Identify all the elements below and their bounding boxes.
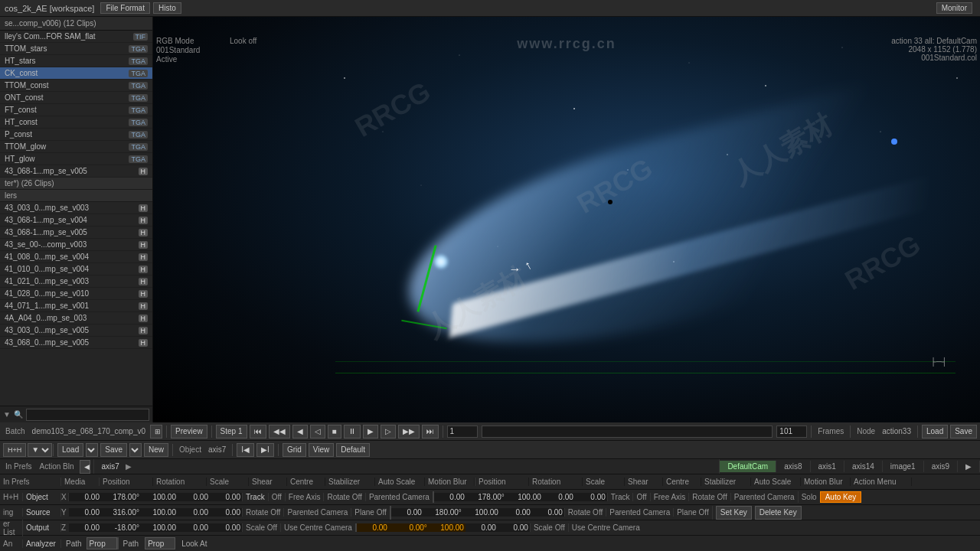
rot-x-input[interactable]	[101, 493, 141, 501]
axis-tab-defaultcam[interactable]: DefaultCam	[720, 461, 776, 472]
save-select-btn[interactable]: Save	[100, 443, 127, 457]
action-bln-toggle[interactable]: ◀	[80, 460, 90, 474]
delete-key-btn[interactable]: Delete Key	[755, 506, 802, 520]
file-item[interactable]: HT_stars TGA	[0, 55, 152, 67]
file-item[interactable]: HT_const TGA	[0, 116, 152, 129]
go-start-btn[interactable]: ⏮	[250, 425, 266, 439]
file-item[interactable]: FT_const TGA	[0, 104, 152, 116]
file-item[interactable]: 43_068_0...mp_se_v005 H	[0, 337, 152, 349]
go-end-btn[interactable]: ⏭	[422, 425, 439, 439]
timeline-scrubber[interactable]	[482, 425, 773, 438]
set-key-btn[interactable]: Set Key	[716, 506, 752, 520]
rot-y-input[interactable]	[101, 508, 141, 517]
file-format-btn[interactable]: File Format	[100, 2, 150, 14]
r-centre-x[interactable]	[575, 493, 607, 501]
file-item[interactable]: 41_008_0...mp_se_v004 H	[0, 251, 152, 263]
next-key-btn[interactable]: ▷	[381, 425, 396, 439]
grid-btn[interactable]: Grid	[283, 443, 306, 457]
file-item[interactable]: TTOM_const TGA	[0, 80, 152, 92]
file-item[interactable]: 43_068-1...mp_se_v005 H	[0, 165, 152, 178]
axis-tab-axis8[interactable]: axis8	[776, 461, 810, 472]
axis-tab-more[interactable]: ▶	[958, 461, 980, 472]
r-scale-y[interactable]	[463, 508, 500, 517]
save-select[interactable]: ▼	[129, 443, 142, 457]
centre-x-input[interactable]	[210, 493, 242, 501]
file-item[interactable]: 4A_A04_0...mp_se_003 H	[0, 312, 152, 324]
scale-y-input[interactable]	[141, 508, 178, 517]
r-rot-x[interactable]	[466, 493, 506, 501]
shear-y-input[interactable]	[178, 508, 210, 517]
end-frame-input[interactable]	[776, 425, 807, 438]
r-pos-y[interactable]	[391, 508, 423, 517]
view-btn2[interactable]: View	[309, 443, 335, 457]
scale-z-input[interactable]	[141, 523, 178, 532]
r-pos-z[interactable]	[357, 523, 389, 532]
file-item[interactable]: P_const TGA	[0, 129, 152, 141]
pause-btn[interactable]: ⏸	[344, 425, 361, 439]
centre-z-input[interactable]	[210, 523, 242, 532]
save-btn[interactable]: Save	[950, 425, 977, 439]
scale-x-input[interactable]	[141, 493, 178, 501]
shear-z-input[interactable]	[178, 523, 210, 532]
axis-tab-axis14[interactable]: axis14	[844, 461, 883, 472]
pos-x-input[interactable]	[69, 493, 101, 501]
preview-btn[interactable]: Preview	[171, 425, 207, 439]
centre-y-input[interactable]	[210, 508, 242, 517]
load-select-btn[interactable]: Load	[57, 443, 83, 457]
r-shear-y[interactable]	[500, 508, 532, 517]
file-item[interactable]: 43_003_0...mp_se_v003 H	[0, 202, 152, 214]
play-btn[interactable]: ▶	[363, 425, 378, 439]
histo-btn[interactable]: Histo	[153, 2, 181, 14]
r-scale-x[interactable]	[506, 493, 543, 501]
prev-frame-btn[interactable]: ◀◀	[269, 425, 290, 439]
file-list[interactable]: lley's Com...FOR SAM_flat TIF TTOM_stars…	[0, 31, 152, 406]
monitor-btn[interactable]: Monitor	[936, 2, 972, 14]
load-select[interactable]: ▼	[86, 443, 98, 457]
file-item[interactable]: 43_003_0...mp_se_v005 H	[0, 324, 152, 337]
current-frame-input[interactable]	[447, 425, 478, 438]
search-icon[interactable]: 🔍	[14, 410, 23, 419]
file-item[interactable]: TTOM_stars TGA	[0, 43, 152, 55]
step-fwd-btn[interactable]: ▶▶	[398, 425, 420, 439]
new-btn[interactable]: New	[144, 443, 168, 457]
load-btn[interactable]: Load	[922, 425, 948, 439]
file-item[interactable]: ONT_const TGA	[0, 92, 152, 104]
r-scale-z[interactable]	[429, 523, 466, 532]
search-input[interactable]	[26, 409, 149, 421]
axis-tab-axis1[interactable]: axis1	[811, 461, 844, 472]
file-item[interactable]: 44_071_1...mp_se_v001 H	[0, 300, 152, 312]
down-arrow-icon[interactable]: ▼	[3, 410, 11, 419]
channel-select[interactable]: ▼	[28, 443, 52, 457]
axis-tab-axis9[interactable]: axis9	[924, 461, 958, 472]
file-item[interactable]: 43_068-1...mp_se_v005 H	[0, 227, 152, 239]
file-item[interactable]: 41_021_0...mp_se_v003 H	[0, 276, 152, 288]
file-item[interactable]: 41_010_0...mp_se_v004 H	[0, 263, 152, 276]
file-item-selected[interactable]: CK_const TGA	[0, 67, 152, 80]
r-rot-y[interactable]	[423, 508, 463, 517]
file-item[interactable]: 43_068-1...mp_se_v004 H	[0, 214, 152, 227]
shear-x-input[interactable]	[178, 493, 210, 501]
file-item[interactable]: TTOM_glow TGA	[0, 141, 152, 153]
default-btn[interactable]: Default	[336, 443, 370, 457]
r-shear-x[interactable]	[543, 493, 575, 501]
file-item[interactable]: 43_se_00-...comp_v003 H	[0, 239, 152, 251]
r-centre-y[interactable]	[532, 508, 564, 517]
channel-h-btn[interactable]: H+H	[3, 443, 26, 457]
file-item[interactable]: 41_028_0...mp_se_v010 H	[0, 288, 152, 300]
rot-z-input[interactable]	[101, 523, 141, 532]
r-shear-z[interactable]	[466, 523, 498, 532]
prev-obj-btn[interactable]: I◀	[237, 443, 254, 457]
step-label-btn[interactable]: Step 1	[216, 425, 247, 439]
prop-input-r[interactable]	[145, 537, 175, 549]
file-item[interactable]: lley's Com...FOR SAM_flat TIF	[0, 31, 152, 43]
pos-z-input[interactable]	[69, 523, 101, 532]
next-obj-btn[interactable]: ▶I	[256, 443, 274, 457]
axis-tab-image1[interactable]: image1	[883, 461, 924, 472]
pos-y-input[interactable]	[69, 508, 101, 517]
file-item[interactable]: HT_glow TGA	[0, 153, 152, 165]
prop-input-l[interactable]	[87, 537, 117, 549]
batch-icon-btn[interactable]: ⊞	[150, 425, 162, 439]
r-pos-x[interactable]	[434, 493, 466, 501]
r-centre-z[interactable]	[498, 523, 530, 532]
auto-key-btn[interactable]: Auto Key	[820, 491, 862, 503]
